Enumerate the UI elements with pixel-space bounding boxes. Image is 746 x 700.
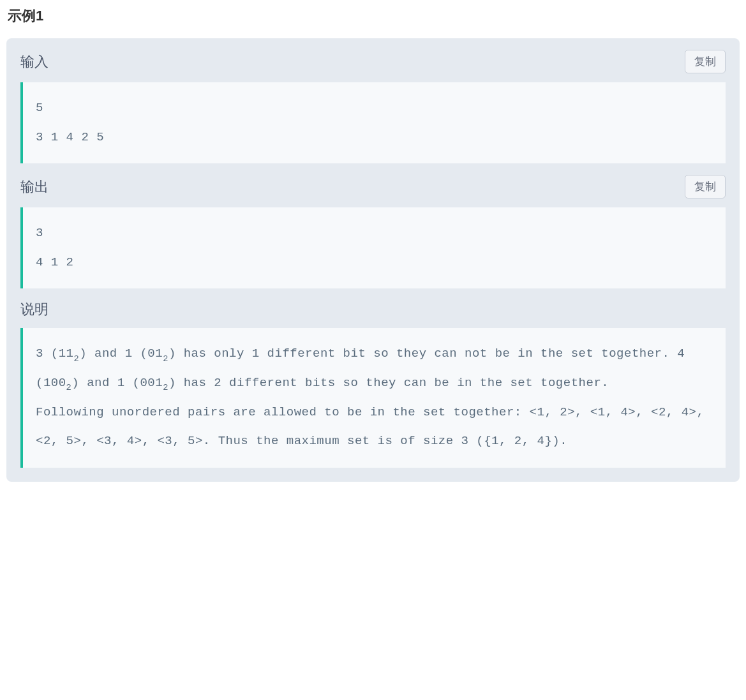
explanation-section: 说明 3 (112) and 1 (012) has only 1 differ…: [20, 300, 726, 467]
copy-input-button[interactable]: 复制: [685, 50, 726, 73]
example-card: 输入 复制 5 3 1 4 2 5 输出 复制 3 4 1 2 说明 3 (11…: [6, 38, 740, 482]
output-label: 输出: [20, 177, 48, 197]
example-title: 示例1: [6, 6, 740, 26]
explanation-header: 说明: [20, 300, 726, 319]
explanation-label: 说明: [20, 300, 48, 319]
explanation-paragraph: Following unordered pairs are allowed to…: [36, 398, 713, 456]
output-content: 3 4 1 2: [20, 207, 726, 288]
input-label: 输入: [20, 52, 48, 71]
input-section: 输入 复制 5 3 1 4 2 5: [20, 50, 726, 163]
output-header: 输出 复制: [20, 175, 726, 198]
input-header: 输入 复制: [20, 50, 726, 73]
explanation-content: 3 (112) and 1 (012) has only 1 different…: [20, 328, 726, 467]
output-section: 输出 复制 3 4 1 2: [20, 175, 726, 288]
explanation-paragraph: 3 (112) and 1 (012) has only 1 different…: [36, 339, 713, 398]
copy-output-button[interactable]: 复制: [685, 175, 726, 198]
input-content: 5 3 1 4 2 5: [20, 82, 726, 163]
